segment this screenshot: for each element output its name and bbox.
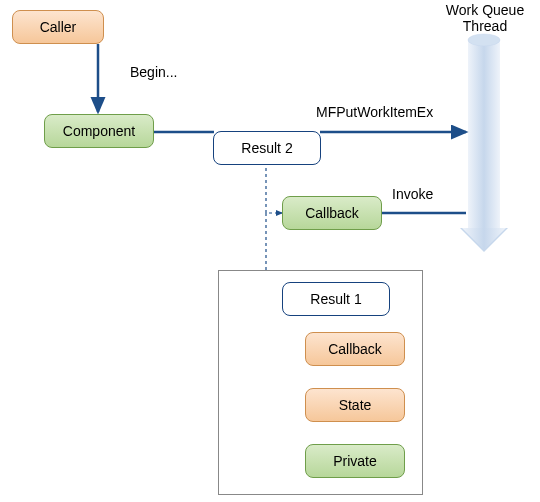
node-inner-callback-label: Callback [328, 341, 382, 357]
edge-label-invoke: Invoke [392, 186, 433, 202]
work-queue-cylinder [460, 34, 508, 252]
node-state-label: State [339, 397, 372, 413]
node-result1-label: Result 1 [310, 291, 361, 307]
node-result2-label: Result 2 [241, 140, 292, 156]
node-private: Private [305, 444, 405, 478]
node-inner-callback: Callback [305, 332, 405, 366]
node-state: State [305, 388, 405, 422]
thread-label-2: Thread [435, 18, 535, 34]
svg-marker-3 [462, 228, 506, 250]
node-caller: Caller [12, 10, 104, 44]
node-component: Component [44, 114, 154, 148]
edge-label-put: MFPutWorkItemEx [316, 104, 433, 120]
edge-label-begin: Begin... [130, 64, 177, 80]
node-result1: Result 1 [282, 282, 390, 316]
thread-label-1: Work Queue [435, 2, 535, 18]
node-result2: Result 2 [213, 131, 321, 165]
node-caller-label: Caller [40, 19, 77, 35]
node-component-label: Component [63, 123, 135, 139]
svg-rect-0 [468, 40, 500, 230]
node-private-label: Private [333, 453, 377, 469]
node-callback: Callback [282, 196, 382, 230]
node-callback-label: Callback [305, 205, 359, 221]
svg-point-1 [468, 34, 500, 46]
svg-marker-2 [460, 228, 508, 252]
